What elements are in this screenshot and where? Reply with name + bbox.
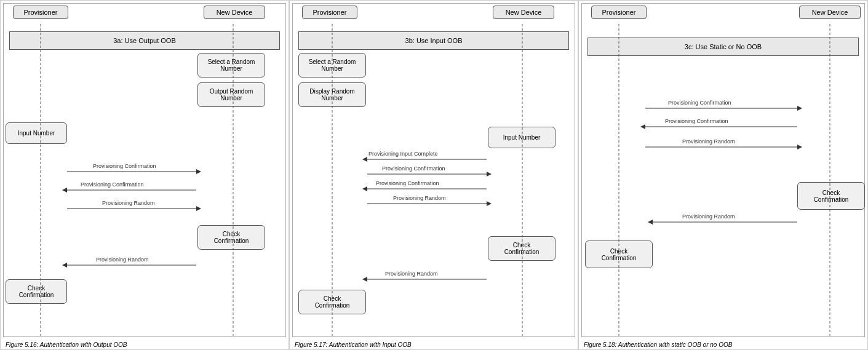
caption-516: Figure 5.16: Authentication with Output … (6, 341, 127, 348)
proc-check-conf-517-1: CheckConfirmation (488, 236, 555, 261)
actor-provisioner-518: Provisioner (591, 6, 647, 19)
diagram-518: 3c: Use Static or No OOB Provisioner New… (578, 0, 868, 350)
diagram-517: 3b: Use Input OOB Provisioner New Device… (289, 0, 578, 350)
actor-provisioner-516: Provisioner (13, 6, 68, 19)
actor-newdevice-517: New Device (493, 6, 554, 19)
proc-check-conf-516-1: CheckConfirmation (197, 225, 265, 250)
header-box-518: 3c: Use Static or No OOB (587, 38, 859, 56)
diagram-516: 3a: Use Output OOB Provisioner New Devic… (0, 0, 289, 350)
proc-output-random-516: Output RandomNumber (197, 82, 265, 107)
proc-select-random-516: Select a RandomNumber (197, 53, 265, 78)
proc-select-random-517: Select a RandomNumber (298, 53, 366, 78)
actor-provisioner-517: Provisioner (302, 6, 357, 19)
proc-input-number-517: Input Number (488, 127, 555, 148)
header-box-517: 3b: Use Input OOB (298, 31, 569, 50)
proc-check-conf-518-2: CheckConfirmation (585, 241, 653, 268)
proc-check-conf-518-1: CheckConfirmation (797, 182, 865, 210)
proc-check-conf-516-2: CheckConfirmation (6, 279, 67, 304)
header-box-516: 3a: Use Output OOB (9, 31, 280, 50)
caption-517: Figure 5.17: Authentication with Input O… (295, 341, 412, 348)
actor-newdevice-518: New Device (799, 6, 861, 19)
proc-check-conf-517-2: CheckConfirmation (298, 290, 366, 314)
actor-newdevice-516: New Device (204, 6, 265, 19)
proc-display-random-517: Display RandomNumber (298, 82, 366, 107)
caption-518: Figure 5.18: Authentication with static … (584, 341, 732, 348)
proc-input-number-516: Input Number (6, 122, 67, 144)
